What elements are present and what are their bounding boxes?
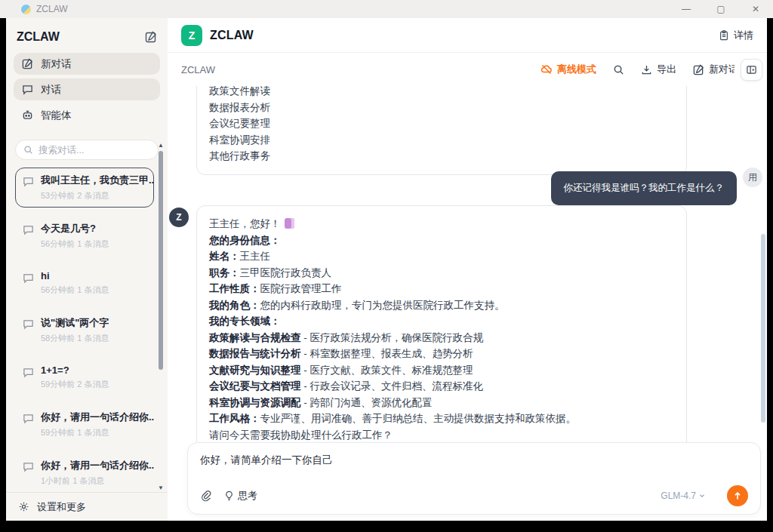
message-line: 科室协调安排 — [209, 132, 674, 149]
conversation-item[interactable]: 今天是几号? 56分钟前 1 条消息 — [15, 216, 154, 256]
conversation-name: ZCLAW — [181, 64, 215, 75]
send-button[interactable] — [727, 485, 748, 506]
scroll-down-icon[interactable]: ▼ — [156, 483, 165, 492]
conversation-title: 我叫王主任，我负责三甲... — [41, 174, 154, 187]
sidebar-title: ZCLAW — [17, 30, 60, 44]
scroll-up-icon[interactable]: ▲ — [156, 140, 165, 149]
edit-icon — [22, 58, 33, 69]
message-line: 王主任，您好！ — [209, 216, 674, 232]
maximize-button[interactable]: ▢ — [704, 0, 738, 18]
message-line: 姓名：王主任 — [209, 248, 674, 265]
conversation-item[interactable]: 你好，请用一句话介绍你... 59分钟前 1 条消息 — [15, 404, 154, 444]
conversation-title: 你好，请用一句话介绍你... — [41, 411, 154, 424]
search-icon — [613, 64, 624, 75]
offline-mode-badge[interactable]: 离线模式 — [540, 63, 596, 76]
edit-icon — [693, 64, 704, 75]
attachment-icon[interactable] — [200, 490, 212, 502]
conversation-meta: 56分钟前 1 条消息 — [41, 284, 109, 296]
chat-bubble-icon — [23, 461, 34, 472]
model-selector[interactable]: GLM-4.7 — [661, 490, 706, 501]
window-controls: — ▢ ✕ — [669, 0, 773, 18]
nav-label: 智能体 — [41, 109, 72, 122]
assistant-avatar: Z — [169, 208, 189, 227]
conversation-item[interactable]: 你好，请用一句话介绍你... 1小时前 1 条消息 — [15, 453, 154, 492]
sidebar-item-new-chat[interactable]: 新对话 — [14, 53, 160, 75]
conversation-title: 你好，请用一句话介绍你... — [41, 459, 154, 472]
search-input[interactable] — [38, 145, 137, 155]
details-label: 详情 — [734, 29, 753, 42]
sidebar-nav: 新对话 对话 — [6, 53, 168, 130]
message-line: 文献研究与知识整理 - 医疗文献、政策文件、标准规范整理 — [209, 362, 674, 379]
chat-bubble-icon — [23, 224, 34, 235]
notebook-emoji — [285, 218, 294, 229]
model-label: GLM-4.7 — [661, 490, 696, 501]
message-line: 请问今天需要我协助处理什么行政工作？ — [209, 427, 674, 443]
message-input[interactable] — [200, 454, 748, 485]
app-window: ZCLAW 新对话 — [6, 18, 767, 521]
sidebar: ZCLAW 新对话 — [6, 18, 168, 521]
download-icon — [641, 64, 652, 75]
titlebar-app-name: ZCLAW — [36, 4, 68, 14]
chat-bubble-icon — [23, 318, 34, 330]
sidebar-settings[interactable]: 设置和更多 — [6, 492, 168, 521]
sidebar-scrollbar[interactable]: ▲ ▼ — [156, 140, 165, 492]
sidebar-item-chats[interactable]: 对话 — [14, 78, 160, 100]
conversation-item[interactable]: hi 56分钟前 1 条消息 — [15, 264, 154, 302]
conversation-item[interactable]: 我叫王主任，我负责三甲... 53分钟前 2 条消息 — [15, 168, 154, 208]
search-button[interactable] — [613, 64, 624, 75]
lightbulb-icon — [224, 490, 234, 501]
message-line: 数据报表分析 — [209, 100, 674, 116]
conversation-meta: 56分钟前 1 条消息 — [41, 238, 109, 250]
os-titlebar: ZCLAW — ▢ ✕ — [0, 0, 773, 18]
message-line: 职务：三甲医院行政负责人 — [209, 265, 674, 281]
new-chat-button[interactable]: 新对话 — [693, 63, 735, 76]
message-line: 我的角色：您的内科行政助理，专门为您提供医院行政工作支持。 — [209, 297, 674, 314]
chat-toolbar: ZCLAW 离线模式 — [168, 53, 767, 86]
app-logo-icon — [21, 5, 31, 14]
message-line: 工作性质：医院行政管理工作 — [209, 281, 674, 297]
conversation-meta: 59分钟前 1 条消息 — [41, 427, 154, 438]
new-chat-label: 新对话 — [709, 63, 735, 76]
conversation-meta: 58分钟前 1 条消息 — [41, 333, 109, 344]
conversation-list: 我叫王主任，我负责三甲... 53分钟前 2 条消息 今天是几号? — [15, 168, 154, 492]
chat-bubble-icon — [22, 84, 33, 95]
conversation-item[interactable]: 说"测试"两个字 58分钟前 1 条消息 — [15, 310, 154, 350]
robot-icon — [22, 109, 33, 121]
user-avatar: 用 — [743, 168, 762, 187]
sidebar-item-agents[interactable]: 智能体 — [14, 104, 160, 126]
conversation-title: 今天是几号? — [41, 222, 109, 235]
chevron-down-icon — [698, 492, 706, 500]
conversation-meta: 59分钟前 2 条消息 — [41, 379, 109, 390]
message-line: 会议纪要与文档管理 - 行政会议记录、文件归档、流程标准化 — [209, 378, 674, 395]
user-message-row: 你还记得我是谁吗？我的工作是什么？ 用 — [551, 168, 763, 205]
message-line: 会议纪要整理 — [209, 115, 674, 132]
nav-label: 新对话 — [41, 57, 72, 71]
think-toggle[interactable]: 思考 — [224, 489, 257, 503]
panel-icon — [746, 64, 757, 75]
scrollbar-thumb[interactable] — [159, 151, 163, 370]
message-line: 科室协调与资源调配 - 跨部门沟通、资源优化配置 — [209, 395, 674, 411]
message-line: 政策解读与合规检查 - 医疗政策法规分析，确保医院行政合规 — [209, 330, 674, 346]
conversation-meta: 1小时前 1 条消息 — [41, 475, 154, 487]
conversation-title: 说"测试"两个字 — [41, 316, 109, 330]
details-button[interactable]: 详情 — [719, 29, 753, 42]
message-line: 我的专长领域： — [209, 313, 674, 330]
message-scroll-area[interactable]: 政策文件解读 数据报表分析 会议纪要整理 科室协调安排 其他行政事务 你还记得我… — [168, 86, 767, 442]
compose-icon[interactable] — [145, 31, 157, 43]
minimize-button[interactable]: — — [669, 0, 704, 18]
search-box[interactable] — [15, 140, 159, 160]
chat-scrollbar-thumb[interactable] — [761, 234, 765, 423]
export-button[interactable]: 导出 — [641, 63, 676, 76]
message-line: 数据报告与统计分析 - 科室数据整理、报表生成、趋势分析 — [209, 346, 674, 362]
clipboard-icon — [719, 30, 729, 41]
screen: ZCLAW — ▢ ✕ ZCLAW — [0, 0, 773, 532]
toggle-panel-button[interactable] — [741, 59, 762, 81]
conversation-item[interactable]: 1+1=? 59分钟前 2 条消息 — [15, 358, 154, 396]
offline-label: 离线模式 — [557, 63, 596, 76]
user-message-bubble: 你还记得我是谁吗？我的工作是什么？ — [551, 171, 738, 205]
think-label: 思考 — [238, 489, 257, 503]
export-label: 导出 — [657, 63, 676, 76]
message-line: 工作风格：专业严谨、用词准确、善于归纳总结、主动提供数据支持和政策依据。 — [209, 411, 674, 427]
brand-name: ZCLAW — [210, 29, 254, 42]
close-button[interactable]: ✕ — [738, 0, 773, 18]
